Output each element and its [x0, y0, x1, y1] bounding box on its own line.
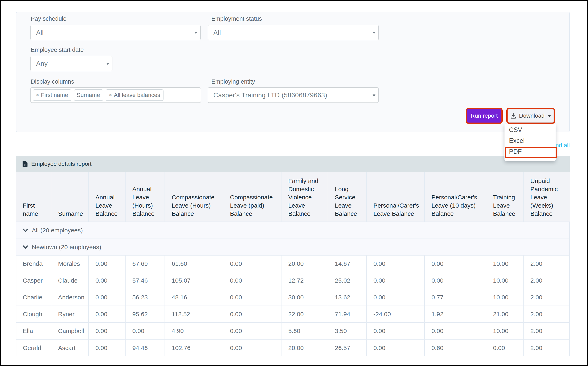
column-tag[interactable]: ✕All leave balances — [106, 89, 163, 101]
table-cell: Gerald — [16, 340, 51, 356]
display-columns-label: Display columns — [31, 78, 74, 85]
report-title: Employee details report — [31, 161, 92, 167]
table-cell: Ryner — [51, 306, 88, 322]
employment-status-label: Employment status — [211, 15, 262, 22]
table-cell: 10.00 — [486, 272, 523, 289]
pay-schedule-select[interactable]: All — [30, 25, 201, 40]
table-cell: Ascart — [51, 340, 88, 356]
table-header-row: First nameSurnameAnnual Leave BalanceAnn… — [16, 172, 570, 222]
table-cell: 0.00 — [88, 306, 125, 322]
table-cell: 0.00 — [424, 256, 486, 272]
column-tag[interactable]: Surname — [74, 89, 103, 101]
table-cell: 10.00 — [486, 256, 523, 272]
table-cell: Casper — [16, 272, 51, 289]
header-cell: Long Service Leave Balance — [328, 172, 366, 221]
header-cell: Surname — [51, 172, 88, 221]
table-row: BrendaMorales0.0067.6961.600.0020.0014.6… — [16, 256, 570, 272]
header-cell: Training Leave Balance — [486, 172, 523, 221]
table-cell: Clough — [16, 306, 51, 322]
chevron-down-icon — [373, 94, 376, 97]
table-cell: 0.00 — [88, 323, 125, 339]
table-cell: 25.02 — [328, 272, 366, 289]
tag-label: All leave balances — [114, 92, 160, 98]
employing-entity-select[interactable]: Casper's Training LTD (58606879663) — [208, 87, 379, 103]
table-body: BrendaMorales0.0067.6961.600.0020.0014.6… — [16, 256, 570, 356]
header-cell: Family and Domestic Violence Leave Balan… — [281, 172, 328, 221]
table-cell: 3.50 — [328, 323, 366, 339]
header-cell: Compassionate Leave (paid) Balance — [223, 172, 281, 221]
employee-start-date-select[interactable]: Any — [30, 56, 112, 71]
table-cell: 1.92 — [424, 306, 486, 322]
table-cell: 0.00 — [366, 289, 424, 305]
download-icon — [510, 113, 516, 119]
employment-status-value: All — [213, 29, 221, 37]
table-cell: Claude — [51, 272, 88, 289]
header-cell: Compassionate Leave (Hours) Balance — [165, 172, 223, 221]
table-cell: 2.00 — [523, 272, 570, 289]
table-row: EllaCampbell0.000.004.900.005.603.500.00… — [16, 323, 570, 340]
table-cell: 2.00 — [523, 323, 570, 339]
pay-schedule-value: All — [36, 29, 44, 37]
table-cell: 0.00 — [366, 256, 424, 272]
table-cell: 61.60 — [165, 256, 223, 272]
table-cell: 0.00 — [223, 289, 281, 305]
table-cell: 0.00 — [88, 340, 125, 356]
remove-tag-icon[interactable]: ✕ — [109, 93, 112, 98]
table-cell: 0.00 — [223, 340, 281, 356]
header-cell: Unpaid Pandemic Leave (Weeks) Balance — [523, 172, 570, 221]
table-cell: 2.00 — [523, 256, 570, 272]
group-label: All (20 employees) — [32, 227, 83, 234]
table-cell: 0.00 — [223, 272, 281, 289]
table-cell: 0.00 — [424, 323, 486, 339]
employment-status-select[interactable]: All — [208, 25, 379, 40]
table-cell: Brenda — [16, 256, 51, 272]
table-cell: 0.00 — [486, 340, 523, 356]
table-cell: 0.77 — [424, 289, 486, 305]
group-row-newtown[interactable]: Newtown (20 employees) — [16, 239, 570, 256]
table-cell: 0.00 — [366, 340, 424, 356]
table-cell: 67.69 — [125, 256, 165, 272]
display-columns-input[interactable]: ✕First nameSurname✕All leave balances — [30, 87, 201, 103]
run-report-button[interactable]: Run report — [467, 109, 502, 122]
download-label: Download — [519, 113, 545, 119]
pay-schedule-label: Pay schedule — [31, 15, 66, 22]
report-icon — [23, 161, 27, 167]
table-cell: 10.00 — [486, 323, 523, 339]
download-button[interactable]: Download — [508, 109, 554, 122]
table-cell: 10.00 — [486, 289, 523, 305]
pdf-annotation-box — [505, 147, 557, 158]
chevron-down-icon — [106, 63, 109, 65]
table-cell: 2.00 — [523, 340, 570, 356]
table-cell: 14.67 — [328, 256, 366, 272]
table-cell: 71.94 — [328, 306, 366, 322]
table-row: CasperClaude0.0057.46105.070.0012.7225.0… — [16, 272, 570, 289]
table-cell: 30.00 — [281, 289, 328, 305]
table-cell: 95.62 — [125, 306, 165, 322]
table-cell: 102.76 — [165, 340, 223, 356]
table-cell: 13.62 — [328, 289, 366, 305]
table-cell: 57.46 — [125, 272, 165, 289]
header-cell: Personal/Carer's Leave (10 days) Balance — [424, 172, 486, 221]
table-row: CharlieAnderson0.0056.2348.160.0030.0013… — [16, 289, 570, 306]
table-cell: 0.00 — [88, 289, 125, 305]
menu-item-csv[interactable]: CSV — [504, 124, 556, 135]
employing-entity-value: Casper's Training LTD (58606879663) — [213, 92, 327, 99]
table-cell: 0.00 — [223, 306, 281, 322]
remove-tag-icon[interactable]: ✕ — [36, 93, 39, 98]
table-cell: 0.00 — [88, 256, 125, 272]
chevron-down-icon — [23, 229, 28, 232]
group-label: Newtown (20 employees) — [32, 244, 101, 251]
group-row-all[interactable]: All (20 employees) — [16, 222, 570, 239]
table-cell: 94.46 — [125, 340, 165, 356]
employing-entity-label: Employing entity — [211, 78, 255, 85]
report-title-bar: Employee details report — [16, 156, 570, 172]
menu-item-excel[interactable]: Excel — [504, 135, 556, 146]
table-cell: 112.52 — [165, 306, 223, 322]
table-cell: 26.57 — [328, 340, 366, 356]
chevron-down-icon — [547, 115, 551, 117]
column-tag[interactable]: ✕First name — [33, 89, 71, 101]
table-row: CloughRyner0.0095.62112.520.0022.0071.94… — [16, 306, 570, 323]
table-cell: 0.00 — [424, 272, 486, 289]
run-report-label: Run report — [471, 113, 498, 119]
table-cell: Ella — [16, 323, 51, 339]
